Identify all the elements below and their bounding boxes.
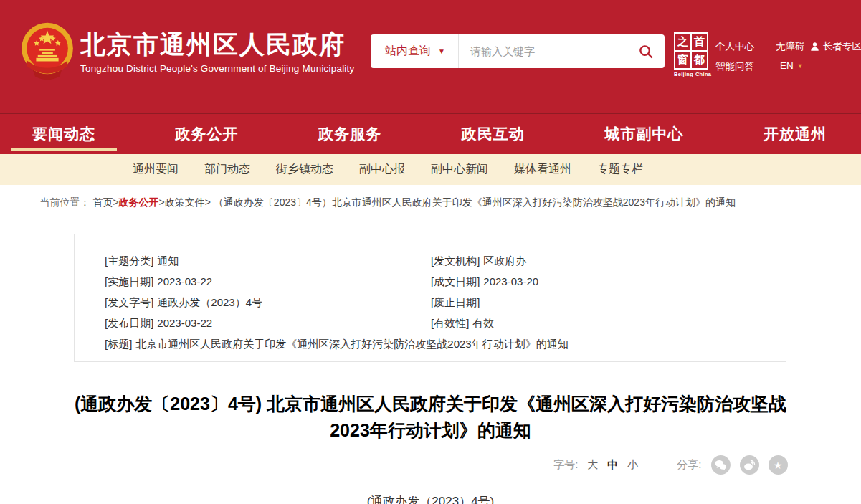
wechat-share-icon[interactable] [711,455,731,475]
site-identity: 北京市通州区人民政府 Tongzhou District People's Go… [80,30,354,74]
meta-label: [发布日期] [105,313,153,333]
font-size-large-button[interactable]: 大 [587,458,598,472]
search-input[interactable] [459,45,636,57]
meta-row: [主题分类]通知 [发文机构]区政府办 [105,250,771,271]
doc-title: (通政办发〔2023〕4号) 北京市通州区人民政府关于印发《通州区深入打好污染防… [69,391,793,444]
accessibility-link[interactable]: 无障碍 [776,40,805,53]
site-header: 北京市通州区人民政府 Tongzhou District People's Go… [0,0,861,113]
person-icon [810,42,819,52]
meta-value: 2023-03-22 [157,271,212,292]
nav-item-kaifang-tongzhou[interactable]: 开放通州 [764,114,827,154]
breadcrumb-prefix: 当前位置： [40,196,90,208]
star-icon: ★ [774,460,783,470]
site-search: 站内查询 ▼ [371,34,665,68]
meta-row: [实施日期]2023-03-22 [成文日期]2023-03-20 [105,271,771,292]
subnav-item-dept-updates[interactable]: 部门动态 [204,162,250,177]
qzone-share-icon[interactable]: ★ [769,455,788,475]
chevron-down-icon: ▼ [797,62,804,70]
meta-value: 北京市通州区人民政府关于印发《通州区深入打好污染防治攻坚战2023年行动计划》的… [135,333,568,354]
weibo-share-icon[interactable] [740,455,759,475]
capital-logo-char: 首 [692,34,707,50]
capital-window-logo[interactable]: 之 首 窗 都 Beijing-China [674,32,710,77]
meta-value: 2023-03-22 [157,313,212,333]
nav-item-zhengwu-gongkai[interactable]: 政务公开 [176,114,239,154]
meta-label: [废止日期] [431,292,480,313]
capital-logo-char: 都 [692,52,707,68]
search-button[interactable] [636,44,665,59]
site-title: 北京市通州区人民政府 [80,30,354,59]
breadcrumb-home[interactable]: 首页 [92,196,113,208]
breadcrumb-policy-files[interactable]: 政策文件 [165,196,205,208]
breadcrumb: 当前位置： 首页>政务公开>政策文件> （通政办发〔2023〕4号）北京市通州区… [37,185,825,217]
doc-meta-box: [主题分类]通知 [发文机构]区政府办 [实施日期]2023-03-22 [成文… [74,234,786,362]
language-switch[interactable]: EN ▼ [780,60,804,71]
search-scope-label: 站内查询 [385,44,431,59]
breadcrumb-current: （通政办发〔2023〕4号）北京市通州区人民政府关于印发《通州区深入打好污染防治… [214,196,736,208]
meta-value: 有效 [472,313,494,333]
meta-label: [实施日期] [105,271,153,292]
meta-row-title: [标题]北京市通州区人民政府关于印发《通州区深入打好污染防治攻坚战2023年行动… [105,333,771,354]
meta-value: 区政府办 [483,250,526,271]
search-icon [639,44,653,59]
nav-item-fuzhongxin[interactable]: 城市副中心 [604,114,683,154]
personal-center-link[interactable]: 个人中心 [715,40,754,53]
meta-label: [主题分类] [105,250,153,271]
chevron-down-icon: ▼ [438,47,445,55]
font-size-medium-button[interactable]: 中 [607,458,618,472]
meta-row: [发文字号]通政办发（2023）4号 [废止日期] [105,292,771,313]
meta-label: [发文机构] [431,250,480,271]
active-tab-underline [11,148,117,151]
font-size-label: 字号: [553,458,578,472]
subnav-item-tongzhou-news[interactable]: 通州要闻 [133,162,179,177]
subnav-item-subcenter-news[interactable]: 副中心新闻 [431,162,488,177]
subnav-item-media-view[interactable]: 媒体看通州 [514,162,571,177]
meta-label: [发文字号] [105,292,153,313]
doc-number-line: (通政办发（2023）4号) [0,493,861,504]
capital-logo-char: 之 [675,34,690,50]
article-toolbar: 字号: 大 中 小 分享: ★ [72,455,789,475]
breadcrumb-zhengwu-gongkai[interactable]: 政务公开 [119,196,159,208]
share-label: 分享: [677,458,701,472]
meta-label: [有效性] [431,313,469,333]
meta-value: 2023-03-20 [483,271,538,292]
site-subtitle: Tongzhou District People's Government of… [80,63,354,74]
nav-item-zhengwu-fuwu[interactable]: 政务服务 [318,114,381,154]
main-nav: 要闻动态 政务公开 政务服务 政民互动 城市副中心 开放通州 [0,113,861,154]
subnav-item-special-topics[interactable]: 专题专栏 [597,162,643,177]
nav-item-zhengmin-hudong[interactable]: 政民互动 [462,114,525,154]
font-size-small-button[interactable]: 小 [627,458,638,472]
national-emblem-icon [19,21,75,84]
search-scope-dropdown[interactable]: 站内查询 ▼ [371,44,458,59]
senior-zone-link[interactable]: 长者专区 [810,40,861,53]
meta-value: 通知 [157,250,179,271]
meta-label: [标题] [105,333,132,354]
capital-logo-caption: Beijing-China [674,71,710,77]
smart-qa-link[interactable]: 智能问答 [715,60,754,73]
meta-row: [发布日期]2023-03-22 [有效性]有效 [105,313,771,333]
nav-item-yaowen[interactable]: 要闻动态 [32,114,95,154]
capital-logo-char: 窗 [675,52,690,68]
subnav-item-township-updates[interactable]: 街乡镇动态 [276,162,333,177]
subnav-item-subcenter-paper[interactable]: 副中心报 [359,162,405,177]
capital-window-grid: 之 首 窗 都 [674,32,708,70]
meta-value: 通政办发（2023）4号 [157,292,262,313]
meta-label: [成文日期] [431,271,480,292]
sub-nav: 通州要闻 部门动态 街乡镇动态 副中心报 副中心新闻 媒体看通州 专题专栏 [0,154,861,185]
